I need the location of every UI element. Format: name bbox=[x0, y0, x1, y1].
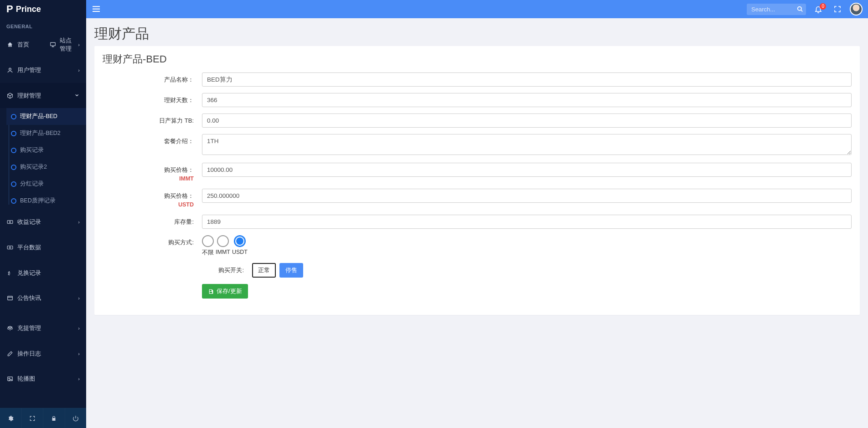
tree-item-label: 理财产品-BED bbox=[20, 113, 57, 119]
expand-icon bbox=[833, 5, 842, 13]
svg-point-9 bbox=[9, 378, 10, 379]
label-intro: 套餐介绍： bbox=[103, 134, 194, 145]
nav-site[interactable]: 站点管理 bbox=[43, 32, 87, 57]
nav-user-label: 用户管理 bbox=[17, 66, 41, 74]
search-button[interactable] bbox=[797, 6, 803, 12]
input-price-immt[interactable] bbox=[202, 163, 852, 177]
nav-exchange[interactable]: ₿ 兑换记录 bbox=[0, 260, 86, 286]
radio-usdt[interactable] bbox=[234, 235, 246, 247]
nav-withdraw[interactable]: 充提管理 bbox=[0, 315, 86, 341]
svg-point-13 bbox=[798, 7, 801, 10]
nav-home[interactable]: 首页 bbox=[0, 32, 43, 57]
menu-toggle[interactable] bbox=[92, 5, 101, 13]
label-stock: 库存量: bbox=[103, 215, 194, 226]
brand-logo-icon: P bbox=[6, 3, 13, 15]
input-daily-tb[interactable] bbox=[202, 113, 852, 128]
tree-item-dividend[interactable]: 分红记录 bbox=[6, 175, 86, 192]
label-price-ustd: 购买价格： USTD bbox=[103, 189, 194, 208]
tree-item-label: 购买记录 bbox=[20, 147, 44, 153]
nav-platform[interactable]: 平台数据 bbox=[0, 235, 86, 260]
window-icon bbox=[6, 295, 14, 301]
section-label: GENERAL bbox=[0, 18, 86, 32]
tree-item-buy2[interactable]: 购买记录2 bbox=[6, 159, 86, 175]
avatar[interactable] bbox=[850, 3, 863, 15]
tree-item-label: 分红记录 bbox=[20, 180, 44, 187]
power-icon bbox=[72, 415, 79, 422]
nav-user[interactable]: 用户管理 bbox=[0, 57, 86, 83]
tree-item-buy[interactable]: 购买记录 bbox=[6, 142, 86, 159]
page-title: 理财产品 bbox=[94, 25, 860, 43]
nav-notice[interactable]: 公告快讯 bbox=[0, 286, 86, 311]
cash-icon bbox=[6, 219, 14, 225]
chevron-right-icon bbox=[78, 219, 80, 225]
chevron-right-icon bbox=[78, 67, 80, 73]
monitor-icon bbox=[50, 41, 56, 48]
svg-rect-7 bbox=[8, 296, 13, 300]
tree-item-bed[interactable]: 理财产品-BED bbox=[6, 108, 86, 125]
nav-carousel-label: 轮播图 bbox=[17, 375, 35, 383]
search-wrap bbox=[747, 4, 806, 15]
label-buy-type: 购买方式: bbox=[103, 235, 194, 247]
label-price-immt: 购买价格： IMMT bbox=[103, 163, 194, 182]
nav-carousel[interactable]: 轮播图 bbox=[0, 366, 86, 392]
sub-label-immt: IMMT bbox=[103, 175, 194, 182]
radio-immt[interactable] bbox=[217, 235, 229, 247]
label-switch: 购买开关: bbox=[103, 263, 244, 274]
bitcoin-icon: ₿ bbox=[6, 270, 14, 276]
chevron-down-icon bbox=[74, 93, 80, 98]
user-icon bbox=[6, 67, 14, 73]
input-days[interactable] bbox=[202, 93, 852, 107]
cash-icon bbox=[6, 244, 14, 251]
radio-usdt-label: USDT bbox=[232, 249, 248, 255]
home-icon bbox=[6, 41, 14, 48]
switch-stop-button[interactable]: 停售 bbox=[279, 263, 303, 278]
form-card: 理财产品-BED 产品名称： 理财天数： 日产算力 TB: 套餐介绍： bbox=[94, 46, 860, 315]
svg-point-3 bbox=[9, 222, 11, 223]
input-name[interactable] bbox=[202, 72, 852, 87]
tree-item-bed2[interactable]: 理财产品-BED2 bbox=[6, 125, 86, 142]
label-text: 购买价格： bbox=[164, 192, 194, 199]
tree-item-label: BED质押记录 bbox=[20, 197, 56, 204]
footer-settings[interactable] bbox=[0, 408, 21, 428]
svg-point-5 bbox=[9, 247, 11, 248]
notifications[interactable]: 0 bbox=[811, 5, 825, 13]
nav-earning[interactable]: 收益记录 bbox=[0, 209, 86, 235]
bars-icon bbox=[92, 5, 101, 13]
svg-rect-12 bbox=[93, 11, 100, 12]
input-price-ustd[interactable] bbox=[202, 189, 852, 203]
nav-oplog[interactable]: 操作日志 bbox=[0, 341, 86, 366]
lock-icon bbox=[51, 415, 57, 422]
chevron-right-icon bbox=[78, 42, 80, 47]
fullscreen-toggle[interactable] bbox=[831, 5, 844, 13]
save-icon bbox=[208, 289, 214, 294]
tree-item-label: 购买记录2 bbox=[20, 164, 47, 170]
tree-item-pledge[interactable]: BED质押记录 bbox=[6, 192, 86, 209]
radio-unlimited[interactable] bbox=[202, 235, 214, 247]
nav-withdraw-label: 充提管理 bbox=[17, 324, 41, 332]
label-daily-tb: 日产算力 TB: bbox=[103, 113, 194, 125]
sidebar: P Prince GENERAL 首页 站点管理 用户管 bbox=[0, 0, 86, 428]
textarea-intro[interactable] bbox=[202, 134, 852, 155]
nav-home-label: 首页 bbox=[17, 41, 29, 49]
save-button[interactable]: 保存/更新 bbox=[202, 284, 248, 299]
tree-item-label: 理财产品-BED2 bbox=[20, 130, 61, 136]
save-button-label: 保存/更新 bbox=[217, 287, 242, 295]
nav-finance[interactable]: 理财管理 bbox=[0, 83, 86, 108]
image-icon bbox=[6, 376, 14, 382]
edit-icon bbox=[6, 351, 14, 357]
footer-fullscreen[interactable] bbox=[21, 408, 43, 428]
expand-icon bbox=[29, 415, 36, 422]
switch-normal-button[interactable]: 正常 bbox=[252, 263, 276, 278]
sub-label-ustd: USTD bbox=[103, 201, 194, 208]
chevron-right-icon bbox=[78, 325, 80, 331]
svg-rect-2 bbox=[7, 221, 13, 224]
brand: P Prince bbox=[0, 0, 86, 18]
svg-rect-10 bbox=[93, 6, 100, 7]
card-title: 理财产品-BED bbox=[103, 52, 852, 66]
svg-text:₿: ₿ bbox=[8, 270, 10, 275]
footer-power[interactable] bbox=[65, 408, 87, 428]
nav-platform-label: 平台数据 bbox=[17, 243, 41, 252]
svg-point-1 bbox=[9, 68, 11, 70]
footer-lock[interactable] bbox=[43, 408, 65, 428]
input-stock[interactable] bbox=[202, 215, 852, 229]
